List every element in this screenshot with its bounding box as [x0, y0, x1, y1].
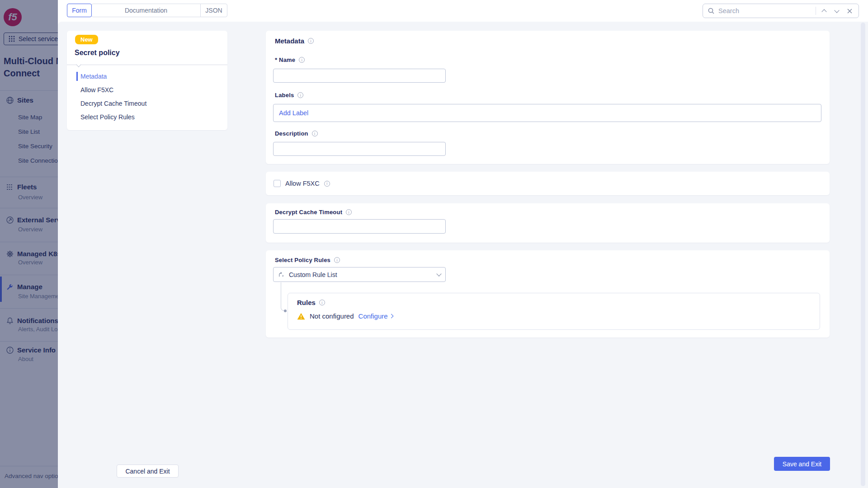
search-close-icon[interactable] — [845, 6, 854, 15]
tab-json[interactable]: JSON — [200, 4, 227, 17]
metadata-heading: Metadata — [275, 37, 304, 45]
view-tabs: Form Documentation JSON — [67, 4, 227, 17]
warning-icon — [297, 313, 305, 320]
add-label-button[interactable]: Add Label — [279, 109, 308, 117]
decrypt-cache-timeout-label: Decrypt Cache Timeout — [275, 209, 342, 216]
policy-rules-selected-value: Custom Rule List — [289, 271, 433, 278]
tab-form[interactable]: Form — [67, 4, 92, 17]
cancel-and-exit-button[interactable]: Cancel and Exit — [117, 465, 179, 478]
wizard-nav-allow-f5xc[interactable]: Allow F5XC — [67, 83, 227, 97]
info-icon[interactable] — [334, 257, 340, 263]
labels-label: Labels — [275, 92, 294, 99]
metadata-section: Metadata * Name Labels Add Label Descrip… — [266, 31, 830, 164]
policy-rules-select[interactable]: Custom Rule List — [273, 267, 446, 282]
search-next-button[interactable] — [832, 6, 841, 15]
tab-documentation[interactable]: Documentation — [91, 4, 201, 17]
description-input[interactable] — [273, 142, 446, 156]
scrollbar[interactable] — [861, 23, 865, 486]
decrypt-cache-timeout-section: Decrypt Cache Timeout — [266, 203, 830, 243]
search-icon — [708, 7, 715, 14]
new-badge: New — [75, 35, 98, 44]
secret-policy-modal: Form Documentation JSON — [58, 0, 868, 488]
divider — [816, 7, 816, 15]
configure-link[interactable]: Configure — [359, 312, 393, 320]
search-prev-button[interactable] — [820, 6, 829, 15]
wizard-title: Secret policy — [75, 49, 120, 57]
modal-backdrop — [0, 0, 58, 488]
info-icon[interactable] — [297, 92, 303, 98]
search-widget — [703, 4, 859, 18]
wizard-nav-select-policy-rules[interactable]: Select Policy Rules — [67, 110, 227, 124]
name-label: * Name — [275, 56, 295, 63]
description-label: Description — [275, 130, 308, 137]
allow-f5xc-section: Allow F5XC — [266, 172, 830, 195]
wizard-nav-decrypt-cache-timeout[interactable]: Decrypt Cache Timeout — [67, 97, 227, 110]
collapse-caret-icon[interactable] — [76, 62, 81, 67]
chevron-down-icon — [436, 271, 441, 276]
configure-label: Configure — [359, 312, 388, 320]
allow-f5xc-checkbox[interactable] — [274, 180, 281, 187]
modal-topbar: Form Documentation JSON — [58, 0, 868, 22]
branch-icon — [278, 271, 285, 278]
save-and-exit-button[interactable]: Save and Exit — [774, 457, 830, 471]
name-input[interactable] — [273, 69, 446, 83]
wizard-nav-metadata[interactable]: Metadata — [67, 70, 227, 83]
wizard-nav: Metadata Allow F5XC Decrypt Cache Timeou… — [67, 70, 227, 124]
wizard-divider — [67, 65, 227, 65]
nested-connector-line — [281, 282, 285, 311]
chevron-right-icon — [389, 314, 393, 319]
rules-status: Not configured — [310, 312, 354, 320]
decrypt-cache-timeout-input[interactable] — [273, 219, 446, 234]
rules-subsection: Rules Not configured Configure — [288, 293, 820, 330]
select-policy-rules-section: Select Policy Rules Custom Rule List — [266, 250, 830, 338]
screen: f5 Select service Multi-Cloud Network Co… — [0, 0, 868, 488]
select-policy-rules-label: Select Policy Rules — [275, 257, 330, 263]
nested-connector-dot — [284, 310, 287, 312]
info-icon[interactable] — [324, 181, 330, 187]
info-icon[interactable] — [319, 300, 325, 305]
info-icon[interactable] — [312, 131, 318, 136]
wizard-panel: New Secret policy Metadata Allow F5XC De… — [67, 31, 227, 130]
search-input[interactable] — [718, 7, 812, 14]
rules-heading: Rules — [297, 299, 316, 306]
info-icon[interactable] — [308, 38, 314, 44]
info-icon[interactable] — [299, 57, 305, 63]
allow-f5xc-label: Allow F5XC — [285, 180, 320, 187]
modal-body: New Secret policy Metadata Allow F5XC De… — [58, 22, 868, 488]
labels-field[interactable]: Add Label — [273, 104, 821, 122]
info-icon[interactable] — [346, 209, 352, 215]
